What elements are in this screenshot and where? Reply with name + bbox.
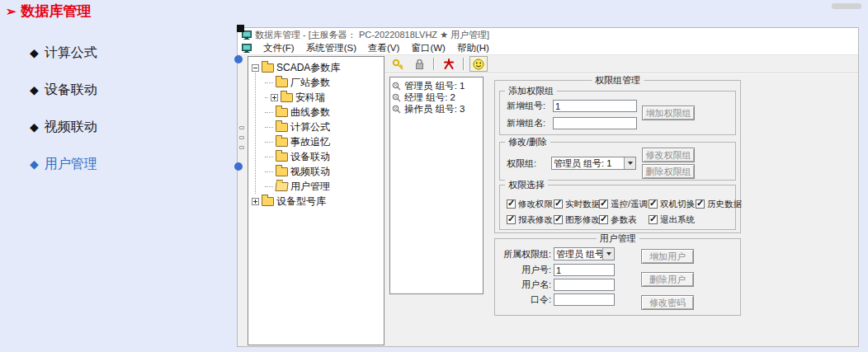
vertical-toolbar bbox=[238, 55, 248, 346]
checkbox-label: 实时数据 bbox=[565, 199, 600, 210]
checkbox-history-data[interactable] bbox=[696, 199, 705, 209]
new-group-number-input[interactable] bbox=[553, 100, 637, 112]
expander-collapse-icon[interactable] bbox=[252, 64, 259, 72]
folder-icon bbox=[262, 197, 274, 206]
checkbox-realtime-data[interactable] bbox=[554, 199, 563, 209]
key-toolbar-button[interactable] bbox=[389, 56, 408, 72]
tree-stub bbox=[265, 171, 273, 172]
menu-system-management[interactable]: 系统管理(S) bbox=[306, 42, 356, 54]
checkbox-label: 修改权限 bbox=[518, 199, 553, 210]
checkbox-remote-control[interactable] bbox=[599, 199, 608, 209]
tree-item-curve-params[interactable]: 曲线参数 bbox=[248, 105, 384, 120]
add-user-button[interactable]: 增加用户 bbox=[641, 249, 694, 264]
perm-group-management-title: 权限组管理 bbox=[592, 75, 644, 86]
sidebar-item-user-management[interactable]: ◆ 用户管理 bbox=[30, 156, 97, 173]
chevron-down-icon[interactable] bbox=[624, 157, 635, 169]
sidebar-item-calc-formula[interactable]: ◆ 计算公式 bbox=[30, 45, 97, 62]
checkbox-report-edit[interactable] bbox=[507, 215, 516, 224]
delete-user-button[interactable]: 删除用户 bbox=[641, 272, 694, 287]
tree-item-calc-formula[interactable]: 计算公式 bbox=[248, 120, 384, 134]
tree-item-device-model-lib[interactable]: 设备型号库 bbox=[248, 194, 384, 209]
checkbox-graphic-edit[interactable] bbox=[554, 215, 563, 224]
menu-window[interactable]: 窗口(W) bbox=[411, 42, 446, 54]
expander-expand-icon[interactable] bbox=[252, 198, 259, 205]
checkbox-modify-permission[interactable] bbox=[507, 199, 516, 209]
user-group-select[interactable]: 管理员 组号: bbox=[554, 247, 615, 260]
window-titlebar: 数据库管理 - [主服务器： PC-20220818LVHZ ★ 用户管理] bbox=[238, 28, 858, 41]
diamond-icon: ◆ bbox=[30, 46, 39, 60]
group-list-label: 经理 组号: 2 bbox=[404, 92, 455, 104]
tree-item-label: 计算公式 bbox=[290, 120, 330, 134]
tree-item-label: 事故追忆 bbox=[290, 135, 330, 149]
checkbox-exit-system[interactable] bbox=[649, 215, 658, 224]
menu-view[interactable]: 查看(V) bbox=[368, 42, 399, 54]
tree-stub bbox=[265, 82, 273, 83]
add-perm-group-title: 添加权限组 bbox=[505, 86, 557, 96]
lock-toolbar-button[interactable] bbox=[410, 56, 428, 72]
user-group-label: 所属权限组: bbox=[500, 248, 551, 260]
checkbox-label: 参数表 bbox=[611, 214, 637, 226]
expander-expand-icon[interactable] bbox=[271, 94, 278, 101]
tree-item-device-linkage[interactable]: 设备联动 bbox=[248, 149, 384, 164]
tree-stub bbox=[265, 127, 273, 128]
change-password-button[interactable]: 修改密码 bbox=[641, 295, 694, 310]
folder-icon bbox=[281, 93, 293, 102]
new-group-name-label: 新增组名: bbox=[507, 117, 553, 129]
modify-delete-box: 修改/删除 权限组: 管理员 组号: 1 修改权限组 删除权限组 bbox=[499, 142, 736, 181]
tree-item-video-linkage[interactable]: 视频联动 bbox=[248, 164, 384, 179]
tree-item-station-params[interactable]: 厂站参数 bbox=[248, 75, 384, 90]
diamond-icon: ◆ bbox=[30, 83, 39, 97]
sidebar-item-label: 用户管理 bbox=[45, 156, 97, 173]
password-input[interactable] bbox=[554, 293, 615, 306]
group-list-item-operator[interactable]: 操作员 组号: 3 bbox=[392, 103, 481, 115]
sidebar-item-device-linkage[interactable]: ◆ 设备联动 bbox=[30, 82, 97, 99]
tree-item-user-management[interactable]: 用户管理 bbox=[248, 179, 384, 194]
tree-item-accident-recall[interactable]: 事故追忆 bbox=[248, 134, 384, 149]
add-perm-group-button[interactable]: 增加权限组 bbox=[642, 106, 695, 120]
window-corner-artifact bbox=[237, 25, 244, 32]
group-list-item-manager[interactable]: 经理 组号: 2 bbox=[392, 92, 481, 103]
open-folder-icon bbox=[275, 182, 288, 191]
chevron-down-icon[interactable] bbox=[602, 248, 614, 260]
menu-bar: 文件(F) 系统管理(S) 查看(V) 窗口(W) 帮助(H) bbox=[238, 41, 858, 55]
tree-connector-line bbox=[255, 68, 256, 194]
folder-icon bbox=[276, 167, 288, 176]
vertical-toolbar-icon bbox=[234, 55, 243, 63]
menu-file[interactable]: 文件(F) bbox=[263, 42, 295, 54]
vertical-toolbar-icon bbox=[234, 162, 243, 171]
folder-icon bbox=[276, 108, 288, 117]
user-number-input[interactable] bbox=[554, 264, 615, 276]
sidebar-title-database-management[interactable]: ➢ 数据库管理 bbox=[6, 2, 92, 21]
red-man-icon bbox=[443, 58, 455, 70]
perm-group-select[interactable]: 管理员 组号: 1 bbox=[551, 157, 636, 170]
tree-item-acrel[interactable]: 安科瑞 bbox=[248, 90, 384, 105]
perm-group-select-label: 权限组: bbox=[507, 157, 551, 170]
group-list-item-admin[interactable]: 管理员 组号: 1 bbox=[392, 80, 481, 92]
user-kick-toolbar-button[interactable] bbox=[440, 56, 458, 72]
user-name-input[interactable] bbox=[554, 279, 615, 291]
tree-item-label: 曲线参数 bbox=[290, 106, 330, 120]
perm-checkbox-grid: 修改权限 实时数据 遥控/遥调 双机切换 历史数据 报表修改 图形修改 参数表 … bbox=[507, 196, 738, 228]
new-group-name-input[interactable] bbox=[553, 117, 637, 129]
group-list-label: 管理员 组号: 1 bbox=[404, 80, 465, 92]
menu-help[interactable]: 帮助(H) bbox=[457, 42, 489, 54]
smiley-toolbar-button[interactable] bbox=[469, 56, 488, 72]
folder-icon bbox=[276, 153, 288, 162]
vertical-toolbar-glyph bbox=[239, 136, 244, 139]
group-key-icon bbox=[392, 82, 401, 91]
tree-stub bbox=[265, 112, 273, 113]
checkbox-parameter-table[interactable] bbox=[599, 215, 608, 224]
tree-item-label: 视频联动 bbox=[290, 165, 330, 179]
tree-item-scada-param-lib[interactable]: SCADA参数库 bbox=[248, 60, 384, 75]
sidebar-item-video-linkage[interactable]: ◆ 视频联动 bbox=[30, 119, 97, 136]
tree-item-label: 厂站参数 bbox=[290, 76, 330, 90]
tree-stub bbox=[265, 186, 273, 187]
arrow-bullet-icon: ➢ bbox=[6, 4, 17, 19]
checkbox-dual-machine-switch[interactable] bbox=[649, 199, 658, 209]
group-list-label: 操作员 组号: 3 bbox=[404, 103, 465, 115]
modify-perm-group-button[interactable]: 修改权限组 bbox=[642, 148, 695, 162]
user-name-label: 用户名: bbox=[500, 279, 551, 291]
page-scrollbar-thumb[interactable] bbox=[832, 3, 861, 9]
delete-perm-group-button[interactable]: 删除权限组 bbox=[642, 164, 695, 179]
perm-group-select-value: 管理员 组号: 1 bbox=[552, 157, 624, 170]
